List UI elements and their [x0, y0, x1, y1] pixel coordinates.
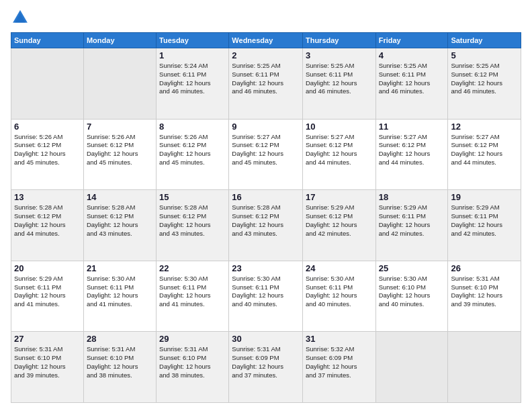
calendar-cell: 25Sunrise: 5:30 AM Sunset: 6:10 PM Dayli… [375, 261, 448, 332]
day-detail: Sunrise: 5:31 AM Sunset: 6:10 PM Dayligh… [14, 345, 81, 379]
calendar-cell: 7Sunrise: 5:26 AM Sunset: 6:12 PM Daylig… [83, 119, 156, 190]
day-number: 25 [379, 263, 445, 273]
calendar-day-header: Monday [83, 33, 156, 48]
day-number: 26 [451, 263, 518, 273]
day-detail: Sunrise: 5:28 AM Sunset: 6:12 PM Dayligh… [14, 203, 81, 238]
calendar-cell: 31Sunrise: 5:32 AM Sunset: 6:09 PM Dayli… [302, 332, 375, 403]
day-detail: Sunrise: 5:29 AM Sunset: 6:11 PM Dayligh… [379, 203, 445, 238]
calendar-cell: 11Sunrise: 5:27 AM Sunset: 6:12 PM Dayli… [375, 119, 448, 190]
day-detail: Sunrise: 5:25 AM Sunset: 6:12 PM Dayligh… [451, 62, 518, 96]
day-detail: Sunrise: 5:28 AM Sunset: 6:12 PM Dayligh… [159, 203, 226, 238]
day-detail: Sunrise: 5:27 AM Sunset: 6:12 PM Dayligh… [306, 133, 373, 167]
calendar-cell: 5Sunrise: 5:25 AM Sunset: 6:12 PM Daylig… [448, 48, 521, 120]
day-number: 10 [306, 122, 373, 132]
calendar-day-header: Tuesday [157, 33, 229, 48]
day-detail: Sunrise: 5:30 AM Sunset: 6:11 PM Dayligh… [87, 275, 153, 309]
day-number: 11 [379, 122, 445, 132]
day-detail: Sunrise: 5:26 AM Sunset: 6:12 PM Dayligh… [87, 133, 153, 167]
day-number: 12 [451, 122, 518, 132]
day-detail: Sunrise: 5:26 AM Sunset: 6:12 PM Dayligh… [14, 133, 81, 167]
day-detail: Sunrise: 5:30 AM Sunset: 6:11 PM Dayligh… [232, 275, 300, 309]
day-number: 5 [451, 50, 518, 60]
day-number: 18 [379, 192, 445, 202]
day-number: 19 [451, 192, 518, 202]
logo-icon [11, 8, 30, 27]
day-number: 16 [232, 192, 300, 202]
day-number: 7 [87, 122, 153, 132]
calendar-day-header: Friday [375, 33, 448, 48]
calendar-week-row: 20Sunrise: 5:29 AM Sunset: 6:11 PM Dayli… [11, 261, 521, 332]
calendar-cell [448, 332, 521, 403]
day-detail: Sunrise: 5:24 AM Sunset: 6:11 PM Dayligh… [159, 62, 226, 96]
day-number: 2 [232, 50, 300, 60]
calendar-cell: 23Sunrise: 5:30 AM Sunset: 6:11 PM Dayli… [229, 261, 303, 332]
day-number: 27 [14, 334, 81, 344]
header [11, 8, 521, 27]
calendar-cell: 20Sunrise: 5:29 AM Sunset: 6:11 PM Dayli… [11, 261, 84, 332]
calendar-cell: 12Sunrise: 5:27 AM Sunset: 6:12 PM Dayli… [448, 119, 521, 190]
calendar-cell: 3Sunrise: 5:25 AM Sunset: 6:11 PM Daylig… [302, 48, 375, 120]
day-number: 14 [87, 192, 153, 202]
calendar-cell: 2Sunrise: 5:25 AM Sunset: 6:11 PM Daylig… [229, 48, 303, 120]
day-number: 6 [14, 122, 81, 132]
day-detail: Sunrise: 5:25 AM Sunset: 6:11 PM Dayligh… [379, 62, 445, 96]
day-number: 8 [159, 122, 226, 132]
calendar-cell: 6Sunrise: 5:26 AM Sunset: 6:12 PM Daylig… [11, 119, 84, 190]
day-detail: Sunrise: 5:30 AM Sunset: 6:11 PM Dayligh… [159, 275, 226, 309]
calendar-cell [11, 48, 84, 120]
calendar-cell: 19Sunrise: 5:29 AM Sunset: 6:11 PM Dayli… [448, 190, 521, 261]
day-detail: Sunrise: 5:27 AM Sunset: 6:12 PM Dayligh… [232, 133, 300, 167]
day-number: 28 [87, 334, 153, 344]
calendar-cell: 22Sunrise: 5:30 AM Sunset: 6:11 PM Dayli… [157, 261, 229, 332]
day-number: 1 [159, 50, 226, 60]
day-detail: Sunrise: 5:32 AM Sunset: 6:09 PM Dayligh… [306, 345, 373, 379]
calendar-day-header: Saturday [448, 33, 521, 48]
day-number: 21 [87, 263, 153, 273]
logo [11, 8, 32, 27]
calendar-table: SundayMondayTuesdayWednesdayThursdayFrid… [11, 32, 521, 403]
calendar-cell: 30Sunrise: 5:31 AM Sunset: 6:09 PM Dayli… [229, 332, 303, 403]
day-detail: Sunrise: 5:28 AM Sunset: 6:12 PM Dayligh… [87, 203, 153, 238]
day-number: 31 [306, 334, 373, 344]
calendar-cell: 24Sunrise: 5:30 AM Sunset: 6:11 PM Dayli… [302, 261, 375, 332]
calendar-cell: 1Sunrise: 5:24 AM Sunset: 6:11 PM Daylig… [157, 48, 229, 120]
day-number: 20 [14, 263, 81, 273]
calendar-day-header: Thursday [302, 33, 375, 48]
day-number: 30 [232, 334, 300, 344]
day-detail: Sunrise: 5:30 AM Sunset: 6:10 PM Dayligh… [379, 275, 445, 309]
calendar-week-row: 13Sunrise: 5:28 AM Sunset: 6:12 PM Dayli… [11, 190, 521, 261]
calendar-cell [83, 48, 156, 120]
day-number: 15 [159, 192, 226, 202]
day-detail: Sunrise: 5:26 AM Sunset: 6:12 PM Dayligh… [159, 133, 226, 167]
calendar-cell: 15Sunrise: 5:28 AM Sunset: 6:12 PM Dayli… [157, 190, 229, 261]
calendar-cell: 14Sunrise: 5:28 AM Sunset: 6:12 PM Dayli… [83, 190, 156, 261]
day-detail: Sunrise: 5:27 AM Sunset: 6:12 PM Dayligh… [379, 133, 445, 167]
calendar-cell: 27Sunrise: 5:31 AM Sunset: 6:10 PM Dayli… [11, 332, 84, 403]
calendar-day-header: Wednesday [229, 33, 303, 48]
day-detail: Sunrise: 5:25 AM Sunset: 6:11 PM Dayligh… [306, 62, 373, 96]
day-detail: Sunrise: 5:31 AM Sunset: 6:10 PM Dayligh… [87, 345, 153, 379]
day-number: 9 [232, 122, 300, 132]
calendar-cell: 16Sunrise: 5:28 AM Sunset: 6:12 PM Dayli… [229, 190, 303, 261]
calendar-cell: 17Sunrise: 5:29 AM Sunset: 6:12 PM Dayli… [302, 190, 375, 261]
day-detail: Sunrise: 5:31 AM Sunset: 6:10 PM Dayligh… [451, 275, 518, 309]
calendar-cell: 18Sunrise: 5:29 AM Sunset: 6:11 PM Dayli… [375, 190, 448, 261]
day-detail: Sunrise: 5:28 AM Sunset: 6:12 PM Dayligh… [232, 203, 300, 238]
page: SundayMondayTuesdayWednesdayThursdayFrid… [0, 0, 532, 411]
calendar-cell: 8Sunrise: 5:26 AM Sunset: 6:12 PM Daylig… [157, 119, 229, 190]
day-detail: Sunrise: 5:29 AM Sunset: 6:12 PM Dayligh… [306, 203, 373, 238]
calendar-cell [375, 332, 448, 403]
day-number: 23 [232, 263, 300, 273]
calendar-week-row: 27Sunrise: 5:31 AM Sunset: 6:10 PM Dayli… [11, 332, 521, 403]
day-detail: Sunrise: 5:25 AM Sunset: 6:11 PM Dayligh… [232, 62, 300, 96]
day-number: 4 [379, 50, 445, 60]
day-detail: Sunrise: 5:27 AM Sunset: 6:12 PM Dayligh… [451, 133, 518, 167]
calendar-cell: 29Sunrise: 5:31 AM Sunset: 6:10 PM Dayli… [157, 332, 229, 403]
day-detail: Sunrise: 5:30 AM Sunset: 6:11 PM Dayligh… [306, 275, 373, 309]
day-detail: Sunrise: 5:29 AM Sunset: 6:11 PM Dayligh… [451, 203, 518, 238]
calendar-week-row: 6Sunrise: 5:26 AM Sunset: 6:12 PM Daylig… [11, 119, 521, 190]
calendar-cell: 28Sunrise: 5:31 AM Sunset: 6:10 PM Dayli… [83, 332, 156, 403]
day-number: 22 [159, 263, 226, 273]
calendar-cell: 13Sunrise: 5:28 AM Sunset: 6:12 PM Dayli… [11, 190, 84, 261]
calendar-cell: 4Sunrise: 5:25 AM Sunset: 6:11 PM Daylig… [375, 48, 448, 120]
